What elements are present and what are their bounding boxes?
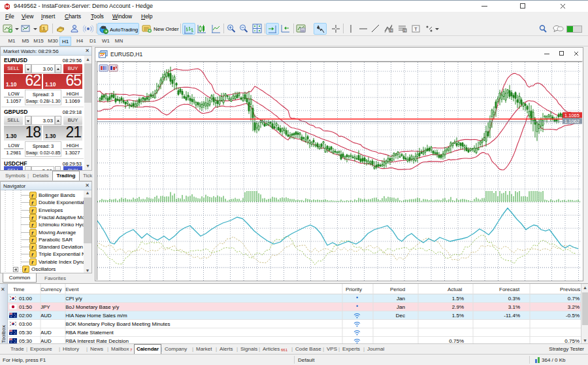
svg-text:F: F xyxy=(404,29,406,33)
svg-text:T: T xyxy=(414,26,417,32)
svg-text:$: $ xyxy=(42,26,45,31)
svg-text:1.1062: 1.1062 xyxy=(564,118,580,124)
svg-text:1.1065: 1.1065 xyxy=(564,113,580,118)
svg-text:F: F xyxy=(390,29,392,33)
